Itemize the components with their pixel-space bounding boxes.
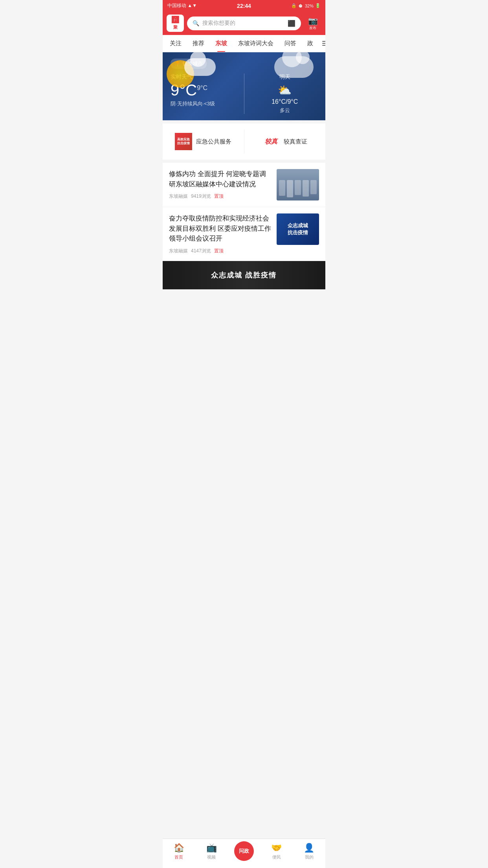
news-source-1: 东坡融媒 [169,193,188,200]
publish-button[interactable]: 📷 发布 [304,15,321,32]
services-row: 高效应急抗击疫情 应急公共服务 较真 较真查证 [163,123,325,160]
tomorrow-desc: 多云 [252,107,318,114]
news-source-2: 东坡融媒 [169,248,188,254]
news-content-1: 修炼内功 全面提升 何迎晓专题调研东坡区融媒体中心建设情况 东坡融媒 9419浏… [169,169,272,200]
service-verify[interactable]: 较真 较真查证 [244,130,326,153]
cloud-decoration-1 [184,58,216,76]
news-views-2: 4147浏览 [191,248,211,254]
logo-text: 聚 [173,24,178,30]
news-thumbnail-1 [277,169,319,200]
cloud-decoration-2 [274,56,314,78]
verify-label: 较真查证 [284,138,307,145]
search-bar[interactable]: 🔍 搜索你想要的 ⬛ [187,17,301,30]
nav-tabs: 关注 推荐 东坡 东坡诗词大会 问答 政 ☰ [163,35,325,52]
tab-dongpo[interactable]: 东坡 [210,35,233,52]
app-logo[interactable]: 🅰 聚 [167,15,184,32]
battery-info: 🔒 ⏰ 32% 🔋 [291,3,321,8]
news-title-2: 奋力夺取疫情防控和实现经济社会发展目标双胜利 区委应对疫情工作领导小组会议召开 [169,213,272,244]
app-header: 🅰 聚 🔍 搜索你想要的 ⬛ 📷 发布 [163,11,325,35]
news-section: 修炼内功 全面提升 何迎晓专题调研东坡区融媒体中心建设情况 东坡融媒 9419浏… [163,163,325,261]
news-content-2: 奋力夺取疫情防控和实现经济社会发展目标双胜利 区委应对疫情工作领导小组会议召开 … [169,213,272,254]
news-pin-2: 置顶 [214,248,224,254]
tomorrow-weather-icon: ⛅ [252,84,318,97]
news-meta-2: 东坡融媒 4147浏览 置顶 [169,248,272,254]
search-placeholder: 搜索你想要的 [202,20,284,27]
tab-guanzhu[interactable]: 关注 [164,35,187,52]
camera-icon: 📷 [308,16,318,26]
tab-zheng[interactable]: 政 [302,35,319,52]
qr-scan-icon[interactable]: ⬛ [288,20,295,27]
video-banner-text: 众志成城 战胜疫情 [211,270,277,280]
weather-description: 阴·无持续风向·<3级 [171,100,236,107]
search-icon: 🔍 [193,20,199,26]
news-thumbnail-2: 众志成城抗击疫情 [277,213,319,245]
verify-icon: 较真 [262,133,280,150]
news-item-2[interactable]: 奋力夺取疫情防控和实现经济社会发展目标双胜利 区委应对疫情工作领导小组会议召开 … [163,207,325,261]
weather-divider [244,74,244,114]
news-views-1: 9419浏览 [191,193,211,200]
news-pin-1: 置顶 [214,193,224,200]
tab-tuijian[interactable]: 推荐 [187,35,210,52]
more-tabs-icon[interactable]: ☰ [319,35,325,52]
publish-label: 发布 [309,26,316,31]
epidemic-image: 众志成城抗击疫情 [277,213,319,245]
news-meta-1: 东坡融媒 9419浏览 置顶 [169,193,272,200]
tab-dongpo-shici[interactable]: 东坡诗词大会 [233,35,279,52]
service-emergency[interactable]: 高效应急抗击疫情 应急公共服务 [163,130,244,153]
tomorrow-temp: 16°C/9°C [252,98,318,105]
news-title-1: 修炼内功 全面提升 何迎晓专题调研东坡区融媒体中心建设情况 [169,169,272,189]
weather-tomorrow: 明天 ⛅ 16°C/9°C 多云 [252,74,318,114]
weather-widget[interactable]: 📍 切换城市 实时天气 9°C9°C 阴·无持续风向·<3级 明天 ⛅ 16°C… [163,52,325,120]
tab-wenda[interactable]: 问答 [279,35,302,52]
emergency-label: 应急公共服务 [196,138,231,145]
emergency-icon: 高效应急抗击疫情 [175,133,192,150]
thumb-people-image [277,169,319,200]
logo-icon: 🅰 [172,16,179,24]
video-banner[interactable]: 众志成城 战胜疫情 [163,261,325,289]
news-item-1[interactable]: 修炼内功 全面提升 何迎晓专题调研东坡区融媒体中心建设情况 东坡融媒 9419浏… [163,163,325,207]
time: 22:44 [237,3,251,9]
carrier-signal: 中国移动 ▲▼ [167,2,197,9]
status-bar: 中国移动 ▲▼ 22:44 🔒 ⏰ 32% 🔋 [163,0,325,11]
